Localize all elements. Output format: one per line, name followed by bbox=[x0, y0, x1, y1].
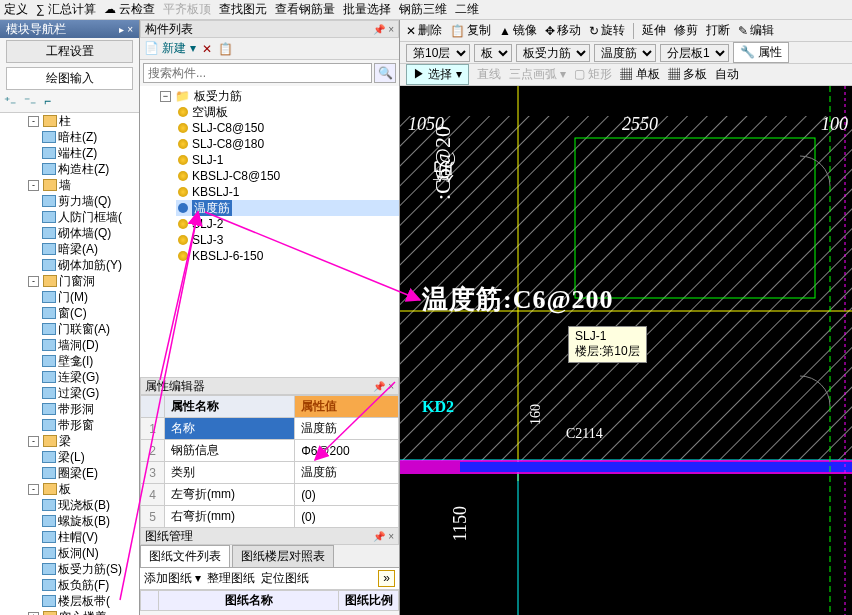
tree-item[interactable]: 门联窗(A) bbox=[28, 321, 139, 337]
locate-drawing-button[interactable]: 定位图纸 bbox=[261, 570, 309, 587]
tree-group[interactable]: -门窗洞 bbox=[14, 273, 139, 289]
tree-item[interactable]: 梁(L) bbox=[28, 449, 139, 465]
search-button[interactable]: 🔍 bbox=[374, 63, 396, 83]
component-tree[interactable]: − 📁 板受力筋空调板SLJ-C8@150SLJ-C8@180SLJ-1KBSL… bbox=[140, 86, 399, 377]
component-item[interactable]: SLJ-2 bbox=[176, 216, 399, 232]
component-item[interactable]: KBSLJ-6-150 bbox=[176, 248, 399, 264]
break-button[interactable]: 打断 bbox=[706, 22, 730, 39]
tree-item[interactable]: 壁龛(I) bbox=[28, 353, 139, 369]
tree-item[interactable]: 构造柱(Z) bbox=[28, 161, 139, 177]
tree-group[interactable]: -板 bbox=[14, 481, 139, 497]
tree-item[interactable]: 窗(C) bbox=[28, 305, 139, 321]
rotate-button[interactable]: ↻ 旋转 bbox=[589, 22, 625, 39]
property-row[interactable]: 5右弯折(mm)(0) bbox=[141, 506, 399, 528]
tree-opt-icon[interactable]: ⌐ bbox=[44, 94, 60, 110]
tree-item[interactable]: 端柱(Z) bbox=[28, 145, 139, 161]
tree-item[interactable]: 板洞(N) bbox=[28, 545, 139, 561]
tb-flat[interactable]: 平齐板顶 bbox=[163, 1, 211, 18]
prop-pin-icon[interactable]: 📌 × bbox=[373, 381, 394, 392]
tree-item[interactable]: 剪力墙(Q) bbox=[28, 193, 139, 209]
dwg-more-icon[interactable]: » bbox=[378, 570, 395, 587]
dwg-pin-icon[interactable]: 📌 × bbox=[373, 531, 394, 542]
property-row[interactable]: 3类别温度筋 bbox=[141, 462, 399, 484]
line-button[interactable]: 直线 bbox=[477, 66, 501, 83]
tb-rebar[interactable]: 查看钢筋量 bbox=[275, 1, 335, 18]
tree-item[interactable]: 砌体墙(Q) bbox=[28, 225, 139, 241]
tree-item[interactable]: 带形洞 bbox=[28, 401, 139, 417]
tree-item[interactable]: 过梁(G) bbox=[28, 385, 139, 401]
layer-select[interactable]: 分层板1 bbox=[660, 44, 729, 62]
subcat-select[interactable]: 板受力筋 bbox=[516, 44, 590, 62]
component-item[interactable]: 空调板 bbox=[176, 104, 399, 120]
tab-drawing-files[interactable]: 图纸文件列表 bbox=[140, 545, 230, 567]
tb-3d[interactable]: 钢筋三维 bbox=[399, 1, 447, 18]
tree-group[interactable]: -墙 bbox=[14, 177, 139, 193]
add-drawing-button[interactable]: 添加图纸 ▾ bbox=[144, 570, 201, 587]
tree-item[interactable]: 板负筋(F) bbox=[28, 577, 139, 593]
delete-button[interactable]: ✕ 删除 bbox=[406, 22, 442, 39]
tree-item[interactable]: 螺旋板(B) bbox=[28, 513, 139, 529]
trim-button[interactable]: 修剪 bbox=[674, 22, 698, 39]
tree-item[interactable]: 圈梁(E) bbox=[28, 465, 139, 481]
copy-button[interactable]: 📋 复制 bbox=[450, 22, 491, 39]
tree-item[interactable]: 连梁(G) bbox=[28, 369, 139, 385]
project-settings-button[interactable]: 工程设置 bbox=[6, 40, 133, 63]
cad-viewport[interactable]: 1050 2550 100 温度筋:C6@200 筋:C6@20 KD2 C21… bbox=[400, 86, 852, 615]
property-grid[interactable]: 属性名称属性值 1名称温度筋2钢筋信息Φ6@2003类别温度筋4左弯折(mm)(… bbox=[140, 395, 399, 527]
component-item[interactable]: 温度筋 bbox=[176, 200, 399, 216]
tb-sum[interactable]: ∑ 汇总计算 bbox=[36, 1, 96, 18]
tree-item[interactable]: 人防门框墙( bbox=[28, 209, 139, 225]
single-button[interactable]: ▦ 单板 bbox=[620, 66, 659, 83]
edit-dd-button[interactable]: ✎ 编辑 bbox=[738, 22, 774, 39]
tb-2d[interactable]: 二维 bbox=[455, 1, 479, 18]
tree-item[interactable]: 现浇板(B) bbox=[28, 497, 139, 513]
draw-input-button[interactable]: 绘图输入 bbox=[6, 67, 133, 90]
tree-item[interactable]: 砌体加筋(Y) bbox=[28, 257, 139, 273]
component-item[interactable]: SLJ-3 bbox=[176, 232, 399, 248]
expand-tree-icon[interactable]: ⁺₋ bbox=[4, 94, 20, 110]
tb-cloud[interactable]: ☁ 云检查 bbox=[104, 1, 155, 18]
move-button[interactable]: ✥ 移动 bbox=[545, 22, 581, 39]
component-item[interactable]: KBSLJ-C8@150 bbox=[176, 168, 399, 184]
tb-define[interactable]: 定义 bbox=[4, 1, 28, 18]
property-row[interactable]: 1名称温度筋 bbox=[141, 418, 399, 440]
drawing-grid[interactable]: 图纸名称 图纸比例 bbox=[140, 590, 399, 611]
copy-component-icon[interactable]: 📋 bbox=[218, 42, 233, 56]
auto-button[interactable]: 自动 bbox=[715, 66, 739, 83]
sort-drawing-button[interactable]: 整理图纸 bbox=[207, 570, 255, 587]
component-item[interactable]: SLJ-C8@150 bbox=[176, 120, 399, 136]
tree-item[interactable]: 暗梁(A) bbox=[28, 241, 139, 257]
arc-button[interactable]: 三点画弧 ▾ bbox=[509, 66, 566, 83]
property-row[interactable]: 2钢筋信息Φ6@200 bbox=[141, 440, 399, 462]
component-item[interactable]: SLJ-C8@180 bbox=[176, 136, 399, 152]
category-select[interactable]: 板 bbox=[474, 44, 512, 62]
category-tree[interactable]: -柱暗柱(Z)端柱(Z)构造柱(Z)-墙剪力墙(Q)人防门框墙(砌体墙(Q)暗梁… bbox=[0, 113, 139, 615]
tb-find[interactable]: 查找图元 bbox=[219, 1, 267, 18]
tab-floor-map[interactable]: 图纸楼层对照表 bbox=[232, 545, 334, 567]
property-button[interactable]: 🔧 属性 bbox=[733, 42, 789, 63]
tree-group[interactable]: -柱 bbox=[14, 113, 139, 129]
tb-batch[interactable]: 批量选择 bbox=[343, 1, 391, 18]
tree-item[interactable]: 墙洞(D) bbox=[28, 337, 139, 353]
tree-item[interactable]: 暗柱(Z) bbox=[28, 129, 139, 145]
select-button[interactable]: ▶ 选择 ▾ bbox=[406, 64, 469, 85]
property-row[interactable]: 4左弯折(mm)(0) bbox=[141, 484, 399, 506]
extend-button[interactable]: 延伸 bbox=[642, 22, 666, 39]
panel-pin-icon[interactable]: 📌 × bbox=[373, 24, 394, 35]
tree-item[interactable]: 板受力筋(S) bbox=[28, 561, 139, 577]
item-select[interactable]: 温度筋 bbox=[594, 44, 656, 62]
tree-item[interactable]: 门(M) bbox=[28, 289, 139, 305]
new-component-button[interactable]: 📄 新建 ▾ bbox=[144, 40, 196, 57]
component-root[interactable]: − 📁 板受力筋 bbox=[158, 88, 399, 104]
component-item[interactable]: KBSLJ-1 bbox=[176, 184, 399, 200]
tree-item[interactable]: 柱帽(V) bbox=[28, 529, 139, 545]
tree-item[interactable]: 楼层板带( bbox=[28, 593, 139, 609]
delete-component-icon[interactable]: ✕ bbox=[202, 42, 212, 56]
nav-title-pin[interactable]: ▸ × bbox=[119, 24, 133, 35]
multi-button[interactable]: ▦ 多板 bbox=[668, 66, 707, 83]
tree-item[interactable]: 带形窗 bbox=[28, 417, 139, 433]
tree-group[interactable]: +空心楼盖 bbox=[14, 609, 139, 615]
tree-group[interactable]: -梁 bbox=[14, 433, 139, 449]
component-item[interactable]: SLJ-1 bbox=[176, 152, 399, 168]
mirror-button[interactable]: ▲ 镜像 bbox=[499, 22, 537, 39]
